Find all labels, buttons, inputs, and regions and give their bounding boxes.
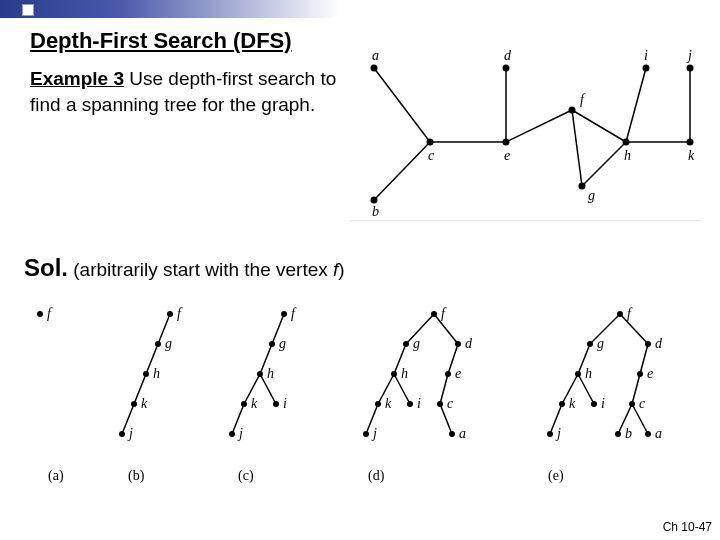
svg-text:j: j <box>371 426 377 441</box>
slide-accent-bar <box>0 0 720 18</box>
svg-text:k: k <box>141 396 148 411</box>
page-footer: Ch 10-47 <box>663 520 712 534</box>
page-title: Depth-First Search (DFS) <box>30 28 292 54</box>
svg-line-100 <box>620 314 648 344</box>
svg-point-27 <box>643 65 650 72</box>
svg-point-21 <box>569 107 576 114</box>
svg-text:k: k <box>385 396 392 411</box>
svg-point-17 <box>503 65 510 72</box>
problem-graph: abcdefghijk <box>350 46 702 221</box>
svg-line-0 <box>374 68 430 142</box>
svg-point-113 <box>645 341 651 347</box>
svg-text:d: d <box>655 336 663 351</box>
svg-text:j: j <box>686 48 692 63</box>
svg-point-78 <box>431 311 437 317</box>
svg-text:(c): (c) <box>238 468 254 484</box>
svg-text:i: i <box>283 396 287 411</box>
svg-point-125 <box>547 431 553 437</box>
svg-text:g: g <box>413 336 420 351</box>
svg-text:e: e <box>647 366 653 381</box>
svg-point-60 <box>257 371 263 377</box>
svg-text:h: h <box>585 366 592 381</box>
svg-text:b: b <box>372 204 379 219</box>
svg-text:c: c <box>447 396 454 411</box>
svg-point-82 <box>455 341 461 347</box>
svg-point-64 <box>273 401 279 407</box>
svg-line-6 <box>572 110 626 142</box>
solution-close: ) <box>338 259 344 280</box>
svg-point-11 <box>371 65 378 72</box>
svg-text:c: c <box>639 396 646 411</box>
svg-point-56 <box>281 311 287 317</box>
svg-text:a: a <box>372 48 379 63</box>
svg-text:i: i <box>644 48 648 63</box>
svg-text:g: g <box>588 188 595 203</box>
svg-text:i: i <box>601 396 605 411</box>
svg-point-111 <box>587 341 593 347</box>
svg-point-92 <box>437 401 443 407</box>
example-text: Example 3 Use depth-first search to find… <box>30 66 340 117</box>
svg-text:g: g <box>279 336 286 351</box>
svg-point-129 <box>645 431 651 437</box>
svg-point-127 <box>615 431 621 437</box>
solution-line: Sol. (arbitrarily start with the vertex … <box>24 254 345 282</box>
svg-text:g: g <box>165 336 172 351</box>
svg-text:h: h <box>401 366 408 381</box>
svg-line-4 <box>506 110 572 142</box>
svg-text:f: f <box>177 306 183 321</box>
svg-text:k: k <box>251 396 258 411</box>
svg-point-25 <box>623 139 630 146</box>
svg-point-88 <box>375 401 381 407</box>
svg-line-5 <box>572 110 582 186</box>
svg-point-33 <box>37 311 43 317</box>
svg-text:(a): (a) <box>48 468 64 484</box>
svg-text:(b): (b) <box>128 468 145 484</box>
svg-point-62 <box>241 401 247 407</box>
svg-text:e: e <box>455 366 461 381</box>
svg-line-69 <box>406 314 434 344</box>
svg-text:f: f <box>441 306 447 321</box>
svg-text:i: i <box>417 396 421 411</box>
svg-text:h: h <box>153 366 160 381</box>
svg-point-86 <box>445 371 451 377</box>
svg-line-99 <box>590 314 620 344</box>
svg-point-58 <box>269 341 275 347</box>
svg-text:e: e <box>504 148 510 163</box>
svg-text:f: f <box>47 306 53 321</box>
svg-text:b: b <box>625 426 632 441</box>
svg-point-66 <box>229 431 235 437</box>
svg-point-13 <box>371 197 378 204</box>
svg-point-117 <box>637 371 643 377</box>
svg-point-119 <box>559 401 565 407</box>
svg-point-44 <box>143 371 149 377</box>
svg-point-84 <box>391 371 397 377</box>
svg-point-115 <box>575 371 581 377</box>
svg-point-80 <box>403 341 409 347</box>
svg-line-7 <box>582 142 626 186</box>
svg-point-48 <box>119 431 125 437</box>
svg-text:g: g <box>597 336 604 351</box>
svg-point-19 <box>503 139 510 146</box>
svg-text:j: j <box>555 426 561 441</box>
svg-text:f: f <box>291 306 297 321</box>
solution-trees: f(a)fghkj(b)fghkij(c)fgdhekicja(d)fgdhek… <box>18 294 708 494</box>
svg-point-96 <box>449 431 455 437</box>
svg-text:f: f <box>580 92 586 107</box>
svg-text:k: k <box>569 396 576 411</box>
svg-text:(d): (d) <box>368 468 385 484</box>
svg-point-109 <box>617 311 623 317</box>
svg-text:k: k <box>688 148 695 163</box>
example-label: Example 3 <box>30 68 124 89</box>
svg-text:d: d <box>465 336 473 351</box>
svg-line-1 <box>374 142 430 200</box>
svg-point-121 <box>591 401 597 407</box>
svg-text:d: d <box>504 48 512 63</box>
solution-text: (arbitrarily start with the vertex <box>73 259 333 280</box>
solution-label: Sol. <box>24 254 68 281</box>
svg-text:c: c <box>428 148 435 163</box>
svg-text:(e): (e) <box>548 468 564 484</box>
svg-point-15 <box>427 139 434 146</box>
svg-text:a: a <box>459 426 466 441</box>
svg-line-8 <box>626 68 646 142</box>
svg-point-123 <box>629 401 635 407</box>
